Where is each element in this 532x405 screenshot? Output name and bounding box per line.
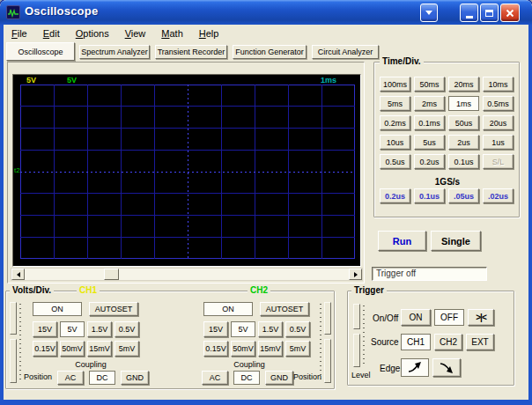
scope-scrollbar[interactable]: [11, 268, 363, 281]
ch1-coupling-ac[interactable]: AC: [57, 371, 84, 385]
sample-rate-label: 1GS/s: [374, 177, 521, 187]
ch2-position-marker[interactable]: t2: [14, 166, 20, 174]
menu-file[interactable]: File: [4, 27, 35, 40]
scrollbar-right-button[interactable]: [349, 269, 362, 280]
single-button[interactable]: Single: [431, 231, 481, 251]
ch1-0.5v-button[interactable]: 0.5V: [115, 321, 139, 337]
ch2-15v-button[interactable]: 15V: [203, 321, 228, 337]
trigger-sync-button[interactable]: >|<: [468, 309, 494, 326]
trigger-level-slider[interactable]: [353, 304, 365, 367]
timediv-50us[interactable]: 50us: [448, 115, 479, 130]
timediv-2us[interactable]: 2us: [448, 135, 479, 150]
scrollbar-left-button[interactable]: [11, 269, 25, 280]
timebase-label: 1ms: [321, 76, 336, 85]
titlebar-dropdown-button[interactable]: [420, 4, 438, 22]
trigger-source-ext[interactable]: EXT: [466, 334, 494, 350]
trigger-onoff-label: On/Off: [373, 313, 398, 323]
timediv-50ms[interactable]: 50ms: [414, 77, 445, 92]
timediv-10us[interactable]: 10us: [380, 135, 410, 150]
ch2-50mv-button[interactable]: 50mV: [231, 341, 255, 357]
ch1-position-slider[interactable]: [10, 302, 21, 383]
menu-edit[interactable]: Edit: [35, 27, 68, 40]
timediv-5us[interactable]: 5us: [414, 135, 445, 150]
ch2-coupling-dc-selected[interactable]: DC: [233, 371, 260, 385]
waveform-icon: [7, 6, 19, 18]
timediv-0.1ms[interactable]: 0.1ms: [414, 115, 445, 130]
ch1-5v-button-selected[interactable]: 5V: [60, 321, 85, 337]
timediv-title: Time/Div.: [380, 56, 424, 66]
menu-options[interactable]: Options: [68, 27, 117, 40]
timediv-fast-.02us[interactable]: .02us: [483, 188, 514, 203]
timediv-1ms-selected[interactable]: 1ms: [448, 96, 479, 111]
fast-timediv-grid: 0.2us 0.1us .05us .02us: [380, 188, 514, 203]
ch2-5v-button-selected[interactable]: 5V: [231, 321, 255, 337]
scrollbar-thumb[interactable]: [104, 269, 119, 280]
timediv-1us[interactable]: 1us: [483, 135, 514, 150]
minimize-icon: [466, 16, 473, 18]
ch2-coupling-ac[interactable]: AC: [202, 371, 228, 385]
ch2-5mv-button[interactable]: 5mV: [285, 341, 310, 357]
ch1-scale-label: 5V: [26, 76, 36, 85]
tab-function-generator[interactable]: Function Generator: [233, 45, 307, 59]
ch1-coupling-dc-selected[interactable]: DC: [89, 371, 115, 385]
minimize-button[interactable]: [460, 4, 478, 22]
timediv-10ms[interactable]: 10ms: [483, 77, 514, 92]
trigger-edge-falling[interactable]: [432, 358, 461, 377]
trigger-source-ch2[interactable]: CH2: [434, 334, 462, 350]
timediv-0.5ms[interactable]: 0.5ms: [483, 96, 514, 111]
timediv-100ms[interactable]: 100ms: [380, 77, 410, 92]
trigger-on-button[interactable]: ON: [401, 309, 431, 326]
timediv-20us[interactable]: 20us: [483, 115, 514, 130]
ch2-15mv-button[interactable]: 15mV: [258, 341, 283, 357]
ch1-coupling-label: Coupling: [47, 360, 135, 369]
menu-math[interactable]: Math: [153, 27, 190, 40]
scope-display: 5V 5V 1ms t2: [12, 74, 361, 267]
ch1-50mv-button[interactable]: 50mV: [60, 341, 85, 357]
timediv-0.5us[interactable]: 0.5us: [380, 154, 410, 169]
tab-transient-recorder[interactable]: Transient Recorder: [155, 45, 227, 59]
timediv-fast-0.2us[interactable]: 0.2us: [380, 188, 410, 203]
timediv-0.2us[interactable]: 0.2us: [414, 154, 445, 169]
ch1-1.5v-button[interactable]: 1.5V: [87, 321, 112, 337]
ch1-5mv-button[interactable]: 5mV: [115, 341, 139, 357]
trigger-edge-label: Edge: [380, 364, 400, 373]
ch1-on-button[interactable]: ON: [33, 302, 82, 316]
ch2-1.5v-button[interactable]: 1.5V: [258, 321, 283, 337]
ch2-on-button[interactable]: ON: [203, 302, 253, 316]
ch1-0.15v-button[interactable]: 0.15V: [33, 341, 57, 357]
tab-spectrum-analyzer[interactable]: Spectrum Analyzer: [79, 45, 150, 59]
tab-circuit-analyzer[interactable]: Circuit Analyzer: [312, 45, 379, 59]
timediv-2ms[interactable]: 2ms: [414, 96, 445, 111]
trigger-off-button-selected[interactable]: OFF: [434, 309, 464, 326]
menu-view[interactable]: View: [117, 27, 154, 40]
timediv-5ms[interactable]: 5ms: [380, 96, 410, 111]
ch2-0.15v-button[interactable]: 0.15V: [203, 341, 228, 357]
menu-help[interactable]: Help: [191, 27, 227, 40]
ch1-15v-button[interactable]: 15V: [33, 321, 57, 337]
timediv-20ms[interactable]: 20ms: [448, 77, 479, 92]
ch1-autoset-button[interactable]: AUTOSET: [89, 302, 138, 316]
ch1-coupling-gnd[interactable]: GND: [121, 371, 149, 385]
scope-panel: 5V 5V 1ms t2: [7, 62, 365, 284]
title-bar[interactable]: Oscilloscope: [0, 0, 532, 25]
run-button[interactable]: Run: [378, 231, 426, 251]
timediv-0.1us[interactable]: 0.1us: [448, 154, 479, 169]
ch2-coupling-gnd[interactable]: GND: [265, 371, 293, 385]
timediv-fast-0.1us[interactable]: 0.1us: [414, 188, 445, 203]
maximize-button[interactable]: [480, 4, 499, 22]
close-button[interactable]: [500, 4, 520, 22]
ch1-15mv-button[interactable]: 15mV: [87, 341, 112, 357]
ch2-scale-label: 5V: [67, 76, 77, 85]
trigger-edge-rising-selected[interactable]: [401, 358, 429, 377]
ch2-0.5v-button[interactable]: 0.5V: [285, 321, 310, 337]
left-arrow-icon: [17, 272, 20, 277]
oscilloscope-window: Oscilloscope File Edit Options View Math…: [0, 0, 532, 405]
trigger-source-ch1-selected[interactable]: CH1: [401, 334, 431, 350]
ch2-autoset-button[interactable]: AUTOSET: [260, 302, 309, 316]
timediv-fast-.05us[interactable]: .05us: [448, 188, 479, 203]
tab-oscilloscope[interactable]: Oscilloscope: [6, 42, 75, 61]
menu-bar: File Edit Options View Math Help: [4, 25, 528, 41]
timediv-0.2ms[interactable]: 0.2ms: [380, 115, 410, 130]
timediv-single-shot-disabled: S/L: [483, 154, 514, 169]
ch2-position-slider[interactable]: [320, 302, 331, 383]
